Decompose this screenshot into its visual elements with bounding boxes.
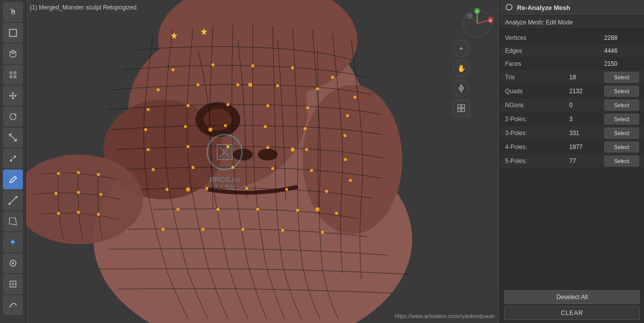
- svg-point-11: [12, 262, 14, 264]
- select-5poles-btn[interactable]: Select: [604, 156, 639, 166]
- panel-subheader: Analyze Mesh: Edit Mode: [500, 16, 644, 29]
- svg-point-20: [303, 85, 402, 234]
- svg-point-65: [177, 208, 180, 211]
- svg-point-58: [310, 169, 313, 172]
- viewport[interactable]: (1) Merged_Monster sculpt Retopogized Y …: [26, 0, 500, 323]
- tool-box[interactable]: [3, 23, 23, 43]
- svg-point-34: [316, 87, 319, 90]
- tool-smooth[interactable]: [3, 295, 23, 315]
- svg-point-70: [162, 228, 165, 231]
- tool-view[interactable]: [3, 65, 23, 85]
- tool-annotate[interactable]: [3, 169, 23, 189]
- svg-point-90: [77, 211, 80, 214]
- tool-circle[interactable]: [3, 253, 23, 273]
- svg-point-56: [232, 166, 235, 169]
- svg-point-76: [249, 83, 253, 87]
- artstation-watermark: https://www.artstation.com/ryankentpaule: [394, 313, 495, 319]
- svg-point-62: [246, 187, 249, 190]
- stat-quads: Quads 2132 Select: [500, 84, 644, 98]
- svg-point-69: [335, 212, 338, 215]
- deselect-all-btn[interactable]: Deselect All: [504, 290, 640, 304]
- svg-point-44: [224, 124, 227, 127]
- svg-point-100: [467, 13, 472, 18]
- svg-point-102: [461, 88, 462, 89]
- tool-measure[interactable]: [3, 190, 23, 210]
- svg-point-50: [227, 145, 230, 148]
- svg-point-33: [276, 84, 279, 87]
- stat-vertices: Vertices 2288: [500, 31, 644, 44]
- svg-point-57: [271, 167, 274, 170]
- select-2poles-btn[interactable]: Select: [604, 114, 639, 125]
- tool-rotate[interactable]: [3, 107, 23, 127]
- tool-cursor[interactable]: 🖱: [3, 2, 23, 22]
- select-tris-btn[interactable]: Select: [604, 72, 639, 83]
- panel-title[interactable]: Re-Analyze Mesh: [517, 4, 570, 11]
- svg-point-66: [217, 208, 220, 211]
- svg-point-85: [97, 173, 100, 176]
- svg-text:Y: Y: [476, 9, 479, 14]
- svg-point-53: [344, 158, 347, 161]
- svg-point-24: [258, 149, 278, 161]
- svg-rect-0: [9, 29, 16, 36]
- svg-point-29: [331, 76, 334, 79]
- svg-rect-4: [13, 75, 16, 78]
- svg-rect-106: [462, 105, 465, 108]
- svg-point-7: [14, 156, 16, 158]
- pan-btn[interactable]: ✋: [453, 60, 470, 77]
- tool-scale[interactable]: [3, 128, 23, 148]
- viewport-controls: + ✋: [453, 40, 495, 117]
- select-4poles-btn[interactable]: Select: [604, 142, 639, 153]
- svg-point-9: [15, 196, 17, 198]
- svg-point-84: [77, 171, 80, 174]
- svg-point-63: [285, 188, 288, 191]
- tool-cube[interactable]: [3, 44, 23, 64]
- gizmo[interactable]: Y X: [460, 6, 495, 42]
- zoom-in-btn[interactable]: +: [453, 40, 470, 57]
- svg-point-36: [147, 108, 150, 111]
- svg-point-32: [237, 83, 240, 86]
- panel-footer: Deselect All CLEAR: [500, 287, 644, 323]
- stat-tris: Tris 18 Select: [500, 70, 644, 84]
- svg-point-89: [57, 212, 60, 215]
- tool-cube3[interactable]: [3, 274, 23, 294]
- left-toolbar: 🖱 ✦: [0, 0, 26, 323]
- svg-point-22: [204, 109, 232, 131]
- svg-point-23: [233, 149, 253, 161]
- svg-rect-107: [458, 109, 461, 112]
- stat-4poles: 4-Poles: 1877 Select: [500, 140, 644, 154]
- tool-star[interactable]: ✦: [3, 232, 23, 252]
- svg-point-49: [187, 145, 190, 148]
- svg-point-61: [206, 187, 209, 190]
- svg-point-48: [147, 148, 150, 151]
- svg-point-78: [186, 187, 190, 191]
- svg-point-35: [354, 96, 357, 99]
- stat-5poles: 5-Poles: 77 Select: [500, 154, 644, 168]
- svg-point-38: [227, 103, 230, 106]
- svg-point-54: [152, 168, 155, 171]
- svg-point-64: [325, 190, 328, 193]
- reanalyze-icon: [505, 3, 513, 12]
- svg-point-91: [97, 213, 100, 216]
- select-quads-btn[interactable]: Select: [604, 86, 639, 97]
- svg-point-71: [202, 228, 205, 231]
- svg-point-42: [144, 128, 147, 131]
- clear-btn[interactable]: CLEAR: [504, 306, 640, 320]
- select-ngons-btn[interactable]: Select: [604, 100, 639, 111]
- svg-point-87: [77, 191, 80, 194]
- svg-point-52: [305, 148, 308, 151]
- stat-ngons: NGons 0 Select: [500, 98, 644, 112]
- scene-title: (1) Merged_Monster sculpt Retopogized: [30, 4, 136, 11]
- camera-btn[interactable]: [453, 80, 470, 97]
- tool-move[interactable]: [3, 86, 23, 106]
- tool-transform[interactable]: [3, 149, 23, 168]
- tool-uv[interactable]: [3, 211, 23, 231]
- select-3poles-btn[interactable]: Select: [604, 128, 639, 139]
- grid-btn[interactable]: [453, 100, 470, 117]
- svg-point-39: [266, 104, 269, 107]
- svg-point-51: [266, 146, 269, 149]
- svg-point-60: [166, 188, 169, 191]
- stats-table: Vertices 2288 Edges 4446 Faces 2150 Tris…: [500, 29, 644, 287]
- svg-point-43: [184, 125, 187, 128]
- svg-point-25: [172, 68, 175, 71]
- svg-point-67: [257, 208, 259, 211]
